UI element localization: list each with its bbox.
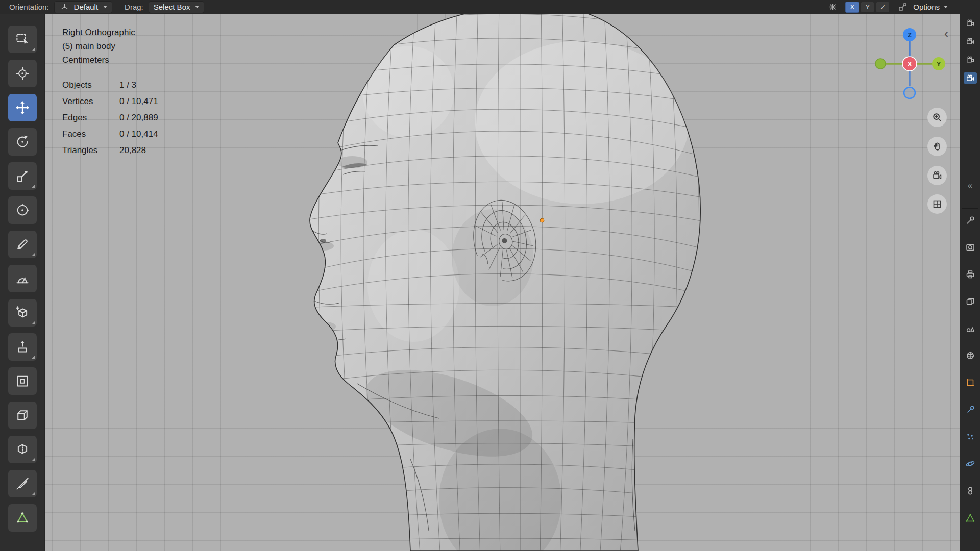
grid-ortho-button[interactable] <box>927 194 947 214</box>
tool-bevel[interactable] <box>8 402 37 429</box>
tab-tool[interactable] <box>964 215 976 226</box>
tab-view-layer[interactable] <box>964 296 976 307</box>
editor-divider <box>962 208 978 209</box>
render-visibility-icon[interactable] <box>964 54 977 65</box>
tool-settings-bar: Orientation: Default Drag: Select Box <box>0 0 980 14</box>
mirror-z-toggle[interactable]: Z <box>876 2 890 13</box>
chevron-down-icon <box>195 6 199 8</box>
tool-loop-cut[interactable] <box>8 436 37 463</box>
render-visibility-icon[interactable] <box>964 17 977 29</box>
outliner-visibility-column <box>960 17 980 84</box>
tab-physics[interactable] <box>964 459 976 469</box>
options-label: Options <box>913 3 940 11</box>
tool-scale[interactable] <box>8 162 37 190</box>
viewport-overlay-text: Right Orthographic (5) main body Centime… <box>62 26 158 159</box>
tool-rotate[interactable] <box>8 128 37 156</box>
tab-output[interactable] <box>964 269 976 280</box>
poly-build-icon <box>15 510 30 525</box>
tool-measure[interactable] <box>8 265 37 292</box>
tab-object-data[interactable] <box>964 513 976 523</box>
tab-render[interactable] <box>964 242 976 253</box>
stat-value: 20,828 <box>119 142 158 159</box>
stat-value: 0 / 10,471 <box>119 93 158 110</box>
stat-label: Triangles <box>62 142 119 159</box>
transform-orientation-icon <box>59 2 70 13</box>
tool-extrude-region[interactable] <box>8 333 37 361</box>
tool-transform[interactable] <box>8 196 37 224</box>
tool-knife[interactable] <box>8 470 37 497</box>
gizmo-axis-y[interactable]: Y <box>932 57 945 70</box>
tool-cursor[interactable] <box>8 60 37 87</box>
pan-button[interactable] <box>927 137 947 156</box>
add-cube-icon <box>15 305 30 320</box>
tab-object[interactable] <box>964 378 976 388</box>
zoom-icon <box>932 112 942 122</box>
knife-icon <box>15 476 30 491</box>
select-box-icon <box>15 32 30 47</box>
camera-icon <box>932 170 942 181</box>
origin-point[interactable] <box>540 218 544 222</box>
render-visibility-icon[interactable] <box>964 36 977 47</box>
chevron-down-icon <box>103 6 107 8</box>
navigation-gizmo[interactable]: Z Y X <box>871 26 948 102</box>
stat-value: 0 / 20,889 <box>119 110 158 126</box>
properties-tab-column <box>960 215 980 523</box>
tool-select-box[interactable] <box>8 26 37 53</box>
statistics-overlay: Objects1 / 3 Vertices0 / 10,471 Edges0 /… <box>62 77 158 159</box>
view-name: Right Orthographic <box>62 26 158 39</box>
stat-label: Edges <box>62 110 119 126</box>
toolbar <box>0 14 45 551</box>
tab-particles[interactable] <box>964 432 976 442</box>
blender-window: { "header": { "orientation_label": "Orie… <box>0 0 980 551</box>
stat-value: 1 / 3 <box>119 77 158 93</box>
measure-icon <box>15 271 30 286</box>
tool-poly-build[interactable] <box>8 504 37 532</box>
render-visibility-icon-active[interactable] <box>964 72 977 84</box>
orientation-value: Default <box>74 3 99 11</box>
drag-dropdown[interactable]: Select Box <box>149 1 205 13</box>
tab-world[interactable] <box>964 350 976 361</box>
hand-icon <box>932 141 942 152</box>
chevron-down-icon <box>944 6 948 8</box>
mirror-y-toggle[interactable]: Y <box>861 2 874 13</box>
scale-icon <box>15 168 30 184</box>
mirror-axis-toggles: X Y Z <box>845 2 890 13</box>
svg-text:Y: Y <box>937 60 941 68</box>
orientation-dropdown[interactable]: Default <box>54 1 113 13</box>
tool-inset-faces[interactable] <box>8 367 37 395</box>
extrude-region-icon <box>15 339 30 355</box>
options-dropdown[interactable]: Options <box>913 3 948 11</box>
gizmo-axis-x[interactable]: X <box>902 57 917 71</box>
gizmo-axis-y-negative[interactable] <box>875 59 886 69</box>
tab-modifiers[interactable] <box>964 405 976 415</box>
gizmo-axis-z[interactable]: Z <box>903 28 916 41</box>
annotate-pen-icon <box>15 237 30 252</box>
proportional-editing-icon[interactable] <box>827 2 838 13</box>
drag-value: Select Box <box>154 3 190 11</box>
tool-move[interactable] <box>8 94 37 121</box>
grid-icon <box>932 199 942 209</box>
move-icon <box>15 100 30 115</box>
drag-label: Drag: <box>125 3 143 11</box>
active-object-name: (5) main body <box>62 39 158 53</box>
loop-cut-icon <box>15 442 30 457</box>
tab-scene[interactable] <box>964 323 976 334</box>
stat-label: Faces <box>62 126 119 142</box>
mirror-x-toggle[interactable]: X <box>845 2 859 13</box>
zoom-button[interactable] <box>927 108 947 127</box>
svg-text:X: X <box>908 60 912 68</box>
stat-label: Objects <box>62 77 119 93</box>
rotate-icon <box>15 134 30 149</box>
sidebar-collapse-icon[interactable]: ‹ <box>944 29 948 39</box>
svg-text:Z: Z <box>908 31 912 39</box>
tool-annotate[interactable] <box>8 231 37 258</box>
expand-panel-icon[interactable]: « <box>960 181 980 191</box>
right-rail: « <box>960 14 980 551</box>
snap-icon[interactable] <box>897 2 908 13</box>
tab-constraints[interactable] <box>964 486 976 496</box>
viewport-3d[interactable]: Right Orthographic (5) main body Centime… <box>0 14 960 551</box>
gizmo-axis-z-negative[interactable] <box>904 87 915 98</box>
cursor-icon <box>15 66 30 81</box>
tool-add-cube[interactable] <box>8 299 37 327</box>
camera-view-button[interactable] <box>927 166 947 185</box>
